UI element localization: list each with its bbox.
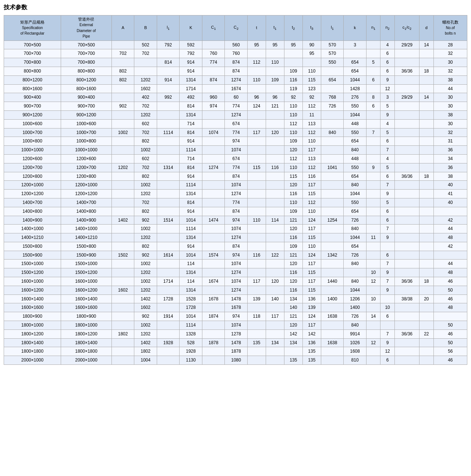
table-cell: 121 bbox=[284, 251, 302, 260]
table-cell: 114 bbox=[266, 216, 284, 225]
table-cell bbox=[321, 190, 344, 198]
table-cell bbox=[419, 233, 434, 242]
table-cell: 1600×1400 bbox=[61, 295, 112, 303]
table-cell bbox=[266, 190, 284, 198]
table-cell bbox=[266, 207, 284, 216]
table-cell bbox=[202, 347, 225, 356]
table-cell bbox=[202, 329, 225, 338]
table-cell: 1044 bbox=[344, 286, 366, 295]
col-header-n2: n2 bbox=[380, 15, 395, 41]
table-cell: 110 bbox=[284, 110, 302, 119]
col-header-d: d bbox=[419, 15, 434, 41]
table-cell bbox=[394, 128, 419, 137]
table-cell: 448 bbox=[344, 119, 366, 128]
table-cell bbox=[394, 198, 419, 207]
table-cell: 914 bbox=[180, 242, 202, 251]
table-cell bbox=[157, 198, 180, 207]
table-cell: 6 bbox=[380, 58, 395, 67]
table-cell bbox=[419, 198, 434, 207]
col-header-c1c2: c1/c2 bbox=[394, 15, 419, 41]
table-cell: 1114 bbox=[180, 181, 202, 190]
table-cell bbox=[247, 67, 266, 75]
table-cell: 1728 bbox=[180, 303, 202, 312]
table-cell bbox=[202, 154, 225, 163]
table-cell: 46 bbox=[433, 329, 467, 338]
table-cell: 136 bbox=[302, 338, 321, 347]
table-cell bbox=[202, 303, 225, 312]
table-cell bbox=[157, 225, 180, 233]
table-cell: 700×700 bbox=[61, 49, 112, 58]
table-cell: 118 bbox=[247, 312, 266, 321]
table-cell: 840 bbox=[344, 277, 366, 286]
table-cell: 1800×1400 bbox=[61, 338, 112, 347]
table-cell bbox=[157, 190, 180, 198]
table-cell: 654 bbox=[344, 242, 366, 251]
table-cell bbox=[419, 312, 434, 321]
table-cell: 974 bbox=[202, 102, 225, 111]
table-cell bbox=[202, 119, 225, 128]
table-cell bbox=[266, 286, 284, 295]
table-cell: 1274 bbox=[225, 268, 248, 277]
table-cell bbox=[394, 356, 419, 365]
table-cell bbox=[111, 225, 134, 233]
table-cell bbox=[202, 260, 225, 268]
table-cell: 20 bbox=[419, 295, 434, 303]
table-cell bbox=[202, 356, 225, 365]
table-cell bbox=[321, 172, 344, 181]
table-cell: 6 bbox=[380, 216, 395, 225]
table-cell bbox=[394, 338, 419, 347]
table-cell bbox=[394, 119, 419, 128]
table-cell bbox=[321, 154, 344, 163]
table-cell: 974 bbox=[225, 312, 248, 321]
table-cell: 6 bbox=[380, 356, 395, 365]
table-cell: 1202 bbox=[134, 268, 157, 277]
table-cell: 9 bbox=[380, 233, 395, 242]
table-cell: 134 bbox=[284, 295, 302, 303]
table-cell bbox=[202, 146, 225, 155]
table-cell: 800×800 bbox=[61, 67, 112, 75]
table-cell: 120 bbox=[284, 225, 302, 233]
table-cell: 1314 bbox=[180, 268, 202, 277]
table-cell: 6 bbox=[366, 75, 380, 84]
table-row: 1500×10001500×10001002114107412011784074… bbox=[4, 260, 467, 268]
table-cell: 1400×800 bbox=[61, 207, 112, 216]
table-cell: 726 bbox=[344, 216, 366, 225]
table-cell: 1200×1200 bbox=[4, 190, 61, 198]
table-cell bbox=[321, 225, 344, 233]
table-cell: 120 bbox=[284, 146, 302, 155]
table-cell: 14 bbox=[419, 93, 434, 102]
table-cell: 6 bbox=[380, 49, 395, 58]
table-cell: 9 bbox=[366, 163, 380, 172]
table-cell bbox=[111, 268, 134, 277]
table-cell: 1002 bbox=[134, 181, 157, 190]
table-cell bbox=[247, 329, 266, 338]
table-cell: 136 bbox=[302, 295, 321, 303]
table-cell: 115 bbox=[284, 172, 302, 181]
table-cell: 1600×1200 bbox=[4, 286, 61, 295]
table-cell: 768 bbox=[321, 93, 344, 102]
table-cell: 36 bbox=[433, 146, 467, 155]
table-cell: 1400×1000 bbox=[61, 225, 112, 233]
table-row: 1000×10001000×10001002111410741201178407… bbox=[4, 146, 467, 155]
table-cell: 1200×600 bbox=[4, 154, 61, 163]
table-cell: 28 bbox=[433, 40, 467, 49]
table-cell bbox=[419, 260, 434, 268]
table-cell: 1200×800 bbox=[61, 172, 112, 181]
table-cell: 5 bbox=[366, 58, 380, 67]
table-cell bbox=[247, 190, 266, 198]
table-cell: 974 bbox=[225, 251, 248, 260]
table-cell bbox=[321, 110, 344, 119]
table-cell: 14 bbox=[366, 312, 380, 321]
table-cell bbox=[366, 303, 380, 312]
table-cell bbox=[419, 242, 434, 251]
table-cell: 714 bbox=[180, 119, 202, 128]
table-cell: 10 bbox=[366, 295, 380, 303]
table-cell bbox=[394, 102, 419, 111]
table-cell: 840 bbox=[344, 321, 366, 330]
table-cell: 110 bbox=[247, 216, 266, 225]
table-cell: 1206 bbox=[344, 295, 366, 303]
table-cell: 1800×1000 bbox=[4, 321, 61, 330]
table-cell: 112 bbox=[302, 128, 321, 137]
table-cell: 1400 bbox=[321, 295, 344, 303]
table-cell: 448 bbox=[344, 154, 366, 163]
